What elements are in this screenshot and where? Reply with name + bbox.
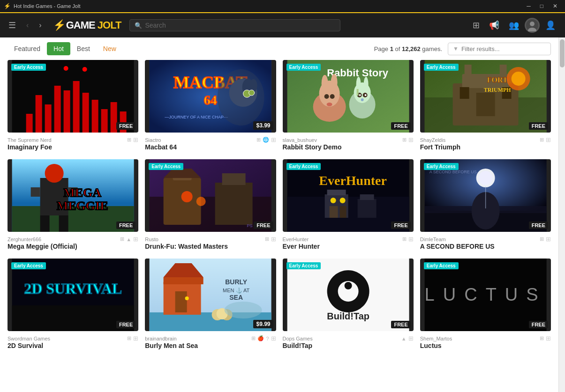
game-author-name: Rusto (145, 237, 158, 242)
add-to-list-icon[interactable]: ⊞ (408, 136, 414, 143)
svg-text:PS: PS (247, 223, 253, 228)
content-area: Featured Hot Best New Page 1 of 12,262 g… (0, 37, 558, 392)
filter-input[interactable] (461, 45, 546, 52)
game-title: Macbat 64 (145, 143, 276, 151)
game-card-imaginary-foe[interactable]: Early Access FREE The Supreme Nerd ⊞ ⊞ I… (8, 60, 138, 153)
early-access-badge: Early Access (286, 262, 321, 269)
avatar[interactable] (525, 18, 540, 33)
search-bar[interactable]: 🔍 (129, 19, 340, 31)
game-actions: ⊞🍎? ⊞ (251, 335, 276, 342)
windows-icon: ⊞ (265, 236, 269, 242)
game-card-mega-meggie[interactable]: MEGA MEGGIE FREE Zerghunter666 ⊞▲ ⊞ Mega… (8, 159, 138, 252)
tab-new[interactable]: New (97, 42, 123, 55)
tab-hot[interactable]: Hot (47, 42, 70, 55)
game-author-row: slava_bushuev ⊞ ⊞ (283, 136, 414, 143)
tab-best[interactable]: Best (70, 42, 97, 55)
add-to-list-icon[interactable]: ⊞ (133, 335, 138, 342)
game-card-drunk-fu[interactable]: PS Early Access FREE Rusto ⊞ ⊞ Drunk-Fu:… (145, 159, 276, 252)
notification-icon[interactable]: 👤 (542, 17, 559, 33)
main-wrapper: Featured Hot Best New Page 1 of 12,262 g… (0, 37, 565, 392)
app-icon: ⚡ (4, 3, 11, 9)
game-card-2d-survival[interactable]: 2D SURVIVAL Early Access FREE Swordman G… (8, 259, 138, 351)
game-title: Fort Triumph (420, 143, 551, 151)
bolt-icon: ⚡ (53, 19, 65, 31)
game-title: A SECOND BEFORE US (420, 243, 551, 250)
game-info: Dops Games ▲ ⊞ Build!Tap (283, 331, 414, 351)
game-info: Shem_Martos ⊞ ⊞ Luctus (420, 331, 551, 351)
hamburger-menu[interactable]: ☰ (6, 18, 19, 32)
game-title: Drunk-Fu: Wasted Masters (145, 243, 276, 250)
game-card-rabbit-story[interactable]: Rabbit Story Early Access FR (283, 60, 414, 153)
game-actions: ⊞ ⊞ (402, 136, 414, 143)
add-to-list-icon[interactable]: ⊞ (546, 136, 551, 143)
game-card-ever-hunter[interactable]: EverHunter Early Access FREE EverHunter … (283, 159, 414, 252)
add-to-list-icon[interactable]: ⊞ (546, 335, 551, 342)
add-to-list-icon[interactable]: ⊞ (271, 136, 276, 143)
game-grid: Early Access FREE The Supreme Nerd ⊞ ⊞ I… (8, 60, 551, 351)
svg-rect-85 (357, 199, 376, 218)
svg-text:—JOURNEY OF A NICE CHAP—: —JOURNEY OF A NICE CHAP— (165, 115, 228, 119)
svg-text:64: 64 (204, 93, 217, 107)
game-actions: ⊞ ⊞ (540, 236, 551, 243)
game-title: 2D Survival (8, 342, 138, 349)
svg-rect-10 (64, 90, 70, 133)
svg-point-4 (64, 66, 68, 71)
free-badge: FREE (116, 222, 136, 229)
add-to-list-icon[interactable]: ⊞ (271, 236, 276, 243)
scrollbar-track[interactable] (558, 37, 565, 392)
nav-right-icons: ⊞ 📢 👥 👤 (469, 17, 559, 33)
free-badge: FREE (529, 222, 548, 229)
svg-rect-100 (12, 305, 134, 331)
game-author-name: brainandbrain (145, 336, 176, 341)
game-title: Rabbit Story Demo (283, 143, 414, 151)
svg-point-33 (331, 74, 337, 91)
game-card-luctus[interactable]: LUCTUS Early Access FREE Shem_Martos ⊞ ⊞… (420, 259, 551, 351)
minimize-button[interactable]: ─ (523, 3, 535, 9)
game-author-row: The Supreme Nerd ⊞ ⊞ (8, 136, 138, 143)
add-to-list-icon[interactable]: ⊞ (133, 236, 138, 243)
logo-jolt: JOLT (98, 19, 121, 31)
forward-button[interactable]: › (36, 19, 44, 31)
game-info: Siactro ⊞🌐 ⊞ Macbat 64 (145, 133, 276, 153)
game-actions: ⊞ ⊞ (127, 335, 138, 342)
game-title: Build!Tap (283, 342, 414, 349)
filter-box[interactable]: ▼ (448, 43, 551, 55)
game-card-macbat[interactable]: MACBAT 64 —JOURNEY OF A NICE CHAP— $3.99… (145, 60, 276, 153)
game-title: Imaginary Foe (8, 143, 138, 151)
svg-rect-7 (36, 95, 42, 133)
early-access-badge: Early Access (11, 64, 46, 71)
search-input[interactable] (145, 22, 335, 29)
close-button[interactable]: ✕ (549, 3, 561, 9)
early-access-badge: Early Access (286, 64, 321, 71)
game-card-burly-men[interactable]: BURLY MEN ⚓ AT SEA $9.99 brainandbrain ⊞… (145, 259, 276, 351)
svg-point-108 (185, 296, 189, 300)
add-to-list-icon[interactable]: ⊞ (271, 335, 276, 342)
game-thumbnail: Build!Tap Early Access FREE (283, 259, 414, 331)
add-to-list-icon[interactable]: ⊞ (408, 236, 414, 243)
svg-rect-52 (499, 65, 506, 76)
game-card-buildtap[interactable]: Build!Tap Early Access FREE Dops Games ▲… (283, 259, 414, 351)
svg-text:MEGA: MEGA (63, 186, 101, 200)
free-badge: FREE (391, 321, 410, 328)
tabs-row: Featured Hot Best New Page 1 of 12,262 g… (8, 42, 551, 55)
friends-icon[interactable]: 👥 (505, 17, 523, 33)
game-card-fort-triumph[interactable]: FORT TRIUMPH Early Access FREE ShayZeldi… (420, 60, 551, 153)
game-card-second-before[interactable]: A SECOND BEFORE US Early Access FREE Dim… (420, 159, 551, 252)
back-button[interactable]: ‹ (23, 19, 31, 31)
scrollbar-thumb[interactable] (560, 39, 565, 67)
add-to-list-icon[interactable]: ⊞ (408, 335, 414, 342)
tab-featured[interactable]: Featured (8, 42, 47, 55)
svg-rect-75 (215, 183, 253, 225)
early-access-badge: Early Access (424, 262, 459, 269)
add-to-list-icon[interactable]: ⊞ (546, 236, 551, 243)
add-to-list-icon[interactable]: ⊞ (133, 136, 138, 143)
svg-point-27 (249, 90, 255, 96)
maximize-button[interactable]: □ (536, 3, 547, 9)
svg-rect-54 (460, 87, 469, 99)
game-author-name: Siactro (145, 137, 161, 143)
app-logo[interactable]: ⚡GAME JOLT (53, 19, 121, 31)
broadcast-icon[interactable]: 📢 (485, 17, 503, 33)
game-info: Swordman Games ⊞ ⊞ 2D Survival (8, 331, 138, 351)
grid-icon[interactable]: ⊞ (469, 17, 483, 33)
svg-rect-53 (476, 93, 495, 116)
